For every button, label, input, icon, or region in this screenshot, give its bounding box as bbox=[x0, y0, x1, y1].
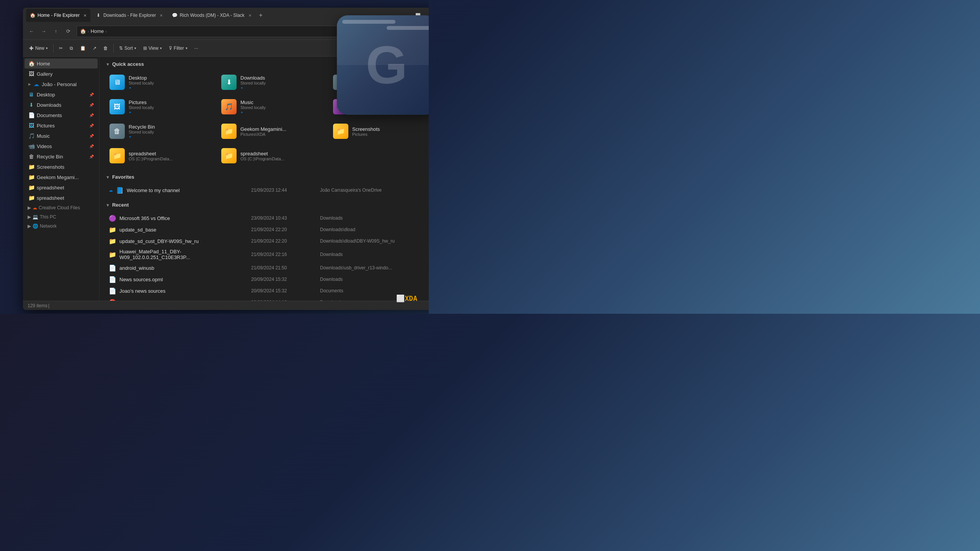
recent-7-location: Documents bbox=[320, 288, 429, 293]
recent-item-1[interactable]: 🟣 Microsoft 365 vs Office 23/09/2024 10:… bbox=[106, 212, 429, 224]
sidebar-downloads-label: Downloads bbox=[37, 102, 61, 108]
recent-item-5[interactable]: 📄 android_winusb 21/09/2024 21:50 Downlo… bbox=[106, 262, 429, 274]
tab-slack-close[interactable]: ✕ bbox=[248, 13, 252, 18]
recent-item-4[interactable]: 📁 Huawei_MatePad_11_DBY-W09_102.0.0.251_… bbox=[106, 247, 429, 262]
sidebar-item-desktop[interactable]: 🖥 Desktop 📌 bbox=[24, 90, 98, 99]
delete-icon: 🗑 bbox=[103, 46, 108, 51]
joao-expand-icon: ▶ bbox=[28, 82, 31, 86]
sort-button[interactable]: ⇅ Sort ▾ bbox=[116, 42, 139, 54]
favorites-title: Favorites bbox=[112, 174, 134, 180]
quick-item-spreadsheet2[interactable]: 📁 spreadsheet OS (C:)\ProgramData... bbox=[217, 145, 326, 166]
tab-slack-label: Rich Woods (DM) - XDA - Slack bbox=[180, 13, 244, 18]
music-quick-name: Music bbox=[240, 99, 266, 105]
sidebar-item-documents[interactable]: 📄 Documents 📌 bbox=[24, 110, 98, 120]
recent-item-6[interactable]: 📄 News sources.opml 20/09/2024 15:32 Dow… bbox=[106, 274, 429, 285]
quick-item-downloads[interactable]: ⬇ Downloads Stored locally ✦ bbox=[217, 72, 326, 93]
music-badge: ✦ bbox=[240, 111, 243, 114]
favorites-header[interactable]: ▼ Favorites bbox=[106, 174, 429, 180]
sidebar-item-videos[interactable]: 📹 Videos 📌 bbox=[24, 141, 98, 151]
music-pin-icon: 📌 bbox=[89, 134, 94, 138]
sidebar-item-pictures[interactable]: 🖼 Pictures 📌 bbox=[24, 121, 98, 130]
spreadsheet2-quick-icon: 📁 bbox=[221, 148, 237, 163]
quick-item-music[interactable]: 🎵 Music Stored locally ✦ bbox=[217, 96, 326, 117]
desktop-quick-icon: 🖥 bbox=[109, 75, 125, 90]
desktop-quick-sub: Stored locally bbox=[129, 81, 154, 85]
paste-icon: 📋 bbox=[80, 46, 86, 51]
recent-1-location: Downloads bbox=[320, 215, 429, 221]
recent-4-location: Downloads bbox=[320, 252, 429, 257]
desktop-pin-icon: 📌 bbox=[89, 93, 94, 97]
sidebar-item-spreadsheet2[interactable]: 📁 spreadsheet bbox=[24, 193, 98, 203]
recent-item-2[interactable]: 📁 update_sd_base 21/09/2024 22:20 Downlo… bbox=[106, 224, 429, 235]
sidebar-network[interactable]: ▶ 🌐 Network bbox=[24, 222, 98, 230]
sidebar-item-spreadsheet1[interactable]: 📁 spreadsheet bbox=[24, 183, 98, 192]
downloads-quick-name: Downloads bbox=[240, 75, 266, 81]
xda-logo: ⬜XDA bbox=[396, 294, 417, 302]
g-bars-decoration bbox=[342, 20, 429, 30]
toolbar-sep1 bbox=[53, 44, 54, 53]
recycle-quick-name: Recycle Bin bbox=[129, 124, 155, 130]
tab-home[interactable]: 🏠 Home - File Explorer ✕ bbox=[26, 9, 90, 22]
more-button[interactable]: ··· bbox=[191, 42, 201, 54]
sidebar-item-music[interactable]: 🎵 Music 📌 bbox=[24, 131, 98, 141]
sidebar-item-joao[interactable]: ▶ ☁ João - Personal bbox=[24, 79, 98, 89]
new-tab-button[interactable]: + bbox=[257, 11, 265, 20]
copy-button[interactable]: ⧉ bbox=[67, 42, 76, 54]
tab-downloads-close[interactable]: ✕ bbox=[160, 13, 163, 18]
sidebar-geekom-label: Geekom Megami... bbox=[37, 174, 79, 180]
sidebar-item-home[interactable]: 🏠 Home bbox=[24, 59, 98, 68]
breadcrumb[interactable]: 🏠 › Home › bbox=[77, 26, 369, 37]
sidebar-item-screenshots[interactable]: 📁 Screenshots bbox=[24, 162, 98, 172]
spreadsheet2-quick-sub: OS (C:)\ProgramData... bbox=[240, 156, 284, 161]
pictures-quick-sub: Stored locally bbox=[129, 105, 154, 110]
up-button[interactable]: ↑ bbox=[51, 26, 61, 37]
forward-button[interactable]: → bbox=[38, 26, 49, 37]
joao-sidebar-icon: ☁ bbox=[33, 81, 39, 87]
cut-button[interactable]: ✂ bbox=[56, 42, 66, 54]
paste-button[interactable]: 📋 bbox=[77, 42, 89, 54]
recent-5-icon: 📄 bbox=[109, 264, 116, 272]
new-button[interactable]: ✚ New ▾ bbox=[26, 42, 51, 54]
sidebar-this-pc[interactable]: ▶ 💻 This PC bbox=[24, 213, 98, 221]
sidebar-item-recycle[interactable]: 🗑 Recycle Bin 📌 bbox=[24, 152, 98, 161]
view-button[interactable]: ⊞ View ▾ bbox=[140, 42, 165, 54]
view-icon: ⊞ bbox=[143, 46, 147, 51]
sidebar-creative-cloud[interactable]: ▶ ☁ Creative Cloud Files bbox=[24, 204, 98, 212]
sidebar-videos-label: Videos bbox=[37, 143, 52, 149]
recent-header[interactable]: ▼ Recent bbox=[106, 202, 429, 208]
quick-item-recycle[interactable]: 🗑 Recycle Bin Stored locally ✦ bbox=[106, 121, 214, 142]
quick-item-pictures[interactable]: 🖼 Pictures Stored locally ✦ bbox=[106, 96, 214, 117]
delete-button[interactable]: 🗑 bbox=[100, 42, 111, 54]
recent-3-icon: 📁 bbox=[109, 237, 116, 245]
quick-item-desktop[interactable]: 🖥 Desktop Stored locally ✦ bbox=[106, 72, 214, 93]
documents-sidebar-icon: 📄 bbox=[28, 112, 34, 118]
sidebar-gallery-label: Gallery bbox=[37, 71, 52, 77]
tab-home-close[interactable]: ✕ bbox=[83, 13, 87, 18]
tab-slack[interactable]: 💬 Rich Woods (DM) - XDA - Slack ✕ bbox=[168, 9, 255, 22]
recent-6-icon: 📄 bbox=[109, 276, 116, 283]
quick-item-geekom[interactable]: 📁 Geekom Megamini... Pictures\XDA bbox=[217, 121, 326, 142]
refresh-button[interactable]: ⟳ bbox=[63, 26, 74, 37]
recent-item-7[interactable]: 📄 Joao's news sources 20/09/2024 15:32 D… bbox=[106, 285, 429, 297]
quick-item-screenshots[interactable]: 📁 Screenshots Pictures bbox=[329, 121, 429, 142]
spreadsheet2-quick-info: spreadsheet OS (C:)\ProgramData... bbox=[240, 151, 284, 161]
share-button[interactable]: ↗ bbox=[90, 42, 100, 54]
geekom-quick-icon: 📁 bbox=[221, 124, 237, 139]
back-button[interactable]: ← bbox=[26, 26, 37, 37]
sidebar-item-gallery[interactable]: 🖼 Gallery bbox=[24, 69, 98, 79]
recent-item-8[interactable]: 🔴 Instruções para Emissão dos (novos) Re… bbox=[106, 297, 429, 301]
recent-2-location: Downloads\dload bbox=[320, 227, 429, 232]
sidebar-item-downloads[interactable]: ⬇ Downloads 📌 bbox=[24, 100, 98, 110]
recent-4-icon: 📁 bbox=[109, 251, 116, 258]
downloads-quick-icon: ⬇ bbox=[221, 75, 237, 90]
recent-item-3[interactable]: 📁 update_sd_cust_DBY-W09S_hw_ru 21/09/20… bbox=[106, 235, 429, 247]
this-pc-icon: 💻 bbox=[33, 214, 38, 220]
sidebar-item-geekom[interactable]: 📁 Geekom Megami... bbox=[24, 172, 98, 182]
sidebar-spreadsheet1-label: spreadsheet bbox=[37, 185, 64, 191]
tab-downloads[interactable]: ⬇ Downloads - File Explorer ✕ bbox=[92, 9, 167, 22]
fav-item-1[interactable]: ☁ 📘 Welcome to my channel 21/09/2023 12:… bbox=[106, 184, 429, 196]
spreadsheet2-sidebar-icon: 📁 bbox=[28, 195, 34, 201]
quick-item-spreadsheet1[interactable]: 📁 spreadsheet OS (C:)\ProgramData... bbox=[106, 145, 214, 166]
downloads-badge: ✦ bbox=[240, 86, 243, 90]
filter-button[interactable]: ⊽ Filter ▾ bbox=[166, 42, 191, 54]
